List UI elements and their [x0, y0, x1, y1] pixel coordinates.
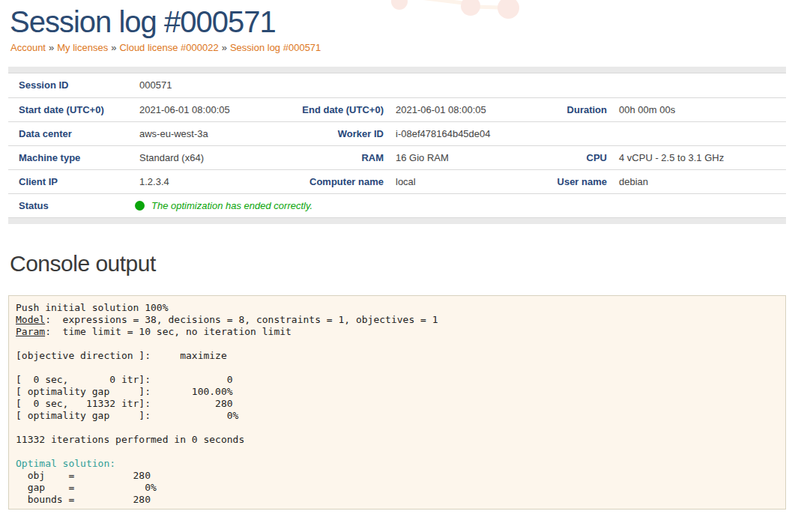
console-line-segment: [objective direction ]: maximize — [16, 350, 227, 361]
console-line-segment: gap = 0% — [16, 482, 157, 493]
console-line-segment: : expressions = 38, decisions = 8, const… — [45, 314, 438, 325]
field-value: 2021-06-01 08:00:05 — [388, 97, 503, 121]
field-label: End date (UTC+0) — [278, 97, 388, 121]
field-value: 000571 — [132, 73, 786, 97]
console-line-segment: : time limit = 10 sec, no iteration limi… — [45, 326, 291, 337]
field-value: 2021-06-01 08:00:05 — [132, 97, 278, 121]
console-line-segment: bounds = 280 — [16, 494, 151, 505]
console-line-segment: [ 0 sec, 0 itr]: 0 — [16, 374, 233, 385]
field-value: 4 vCPU - 2.5 to 3.1 GHz — [611, 145, 786, 169]
table-row: Data centeraws-eu-west-3aWorker IDi-08ef… — [8, 121, 786, 145]
field-label: Status — [8, 193, 132, 217]
field-label: Session ID — [8, 73, 132, 97]
field-value: Standard (x64) — [132, 145, 278, 169]
breadcrumb: Account»My licenses»Cloud license #00002… — [10, 42, 798, 53]
field-value: aws-eu-west-3a — [132, 121, 278, 145]
table-row: Machine typeStandard (x64)RAM16 Gio RAMC… — [8, 145, 786, 169]
session-table-body: Session ID000571Start date (UTC+0)2021-0… — [8, 73, 786, 217]
field-label: Client IP — [8, 169, 132, 193]
table-row: Client IP1.2.3.4Computer namelocalUser n… — [8, 169, 786, 193]
console-line-segment: [ optimality gap ]: 0% — [16, 410, 238, 421]
field-label: Worker ID — [278, 121, 388, 145]
status-text: The optimization has ended correctly. — [151, 200, 312, 211]
session-details-panel: Session ID000571Start date (UTC+0)2021-0… — [8, 67, 786, 224]
breadcrumb-separator: » — [49, 42, 54, 53]
field-value: i-08ef478164b45de04 — [388, 121, 786, 145]
console-line-segment: Model — [16, 314, 45, 325]
field-value: debian — [611, 169, 786, 193]
breadcrumb-link[interactable]: My licenses — [57, 42, 108, 53]
breadcrumb-link[interactable]: Account — [10, 42, 46, 53]
console-heading: Console output — [10, 251, 798, 276]
console-output: Push initial solution 100% Model: expres… — [8, 295, 786, 510]
field-label: CPU — [503, 145, 611, 169]
console-line-segment: [ optimality gap ]: 100.00% — [16, 386, 233, 397]
console-line-segment: Optimal solution: — [16, 458, 115, 469]
status-dot-icon — [135, 201, 145, 211]
field-label: Machine type — [8, 145, 132, 169]
breadcrumb-current: Session log #000571 — [230, 42, 321, 53]
console-line-segment: [ 0 sec, 11332 itr]: 280 — [16, 398, 233, 409]
page-title: Session log #000571 — [10, 4, 798, 39]
status-cell: The optimization has ended correctly. — [132, 193, 786, 217]
field-value: 1.2.3.4 — [132, 169, 278, 193]
field-label: RAM — [278, 145, 388, 169]
console-line-segment: Push initial solution 100% — [16, 302, 169, 313]
table-row: Start date (UTC+0)2021-06-01 08:00:05End… — [8, 97, 786, 121]
table-row: StatusThe optimization has ended correct… — [8, 193, 786, 217]
console-line-segment: obj = 280 — [16, 470, 151, 481]
field-value: local — [388, 169, 503, 193]
session-details-table: Session ID000571Start date (UTC+0)2021-0… — [8, 73, 786, 217]
table-bottom-bar — [8, 217, 786, 224]
breadcrumb-separator: » — [222, 42, 227, 53]
table-row: Session ID000571 — [8, 73, 786, 97]
field-value: 16 Gio RAM — [388, 145, 503, 169]
field-label: Data center — [8, 121, 132, 145]
field-label: Duration — [503, 97, 611, 121]
breadcrumb-separator: » — [111, 42, 116, 53]
console-line-segment: Param — [16, 326, 45, 337]
field-label: User name — [503, 169, 611, 193]
console-line-segment: 11332 iterations performed in 0 seconds — [16, 434, 244, 445]
field-label: Computer name — [278, 169, 388, 193]
breadcrumb-link[interactable]: Cloud license #000022 — [119, 42, 218, 53]
field-value: 00h 00m 00s — [611, 97, 786, 121]
table-top-bar — [8, 67, 786, 73]
field-label: Start date (UTC+0) — [8, 97, 132, 121]
